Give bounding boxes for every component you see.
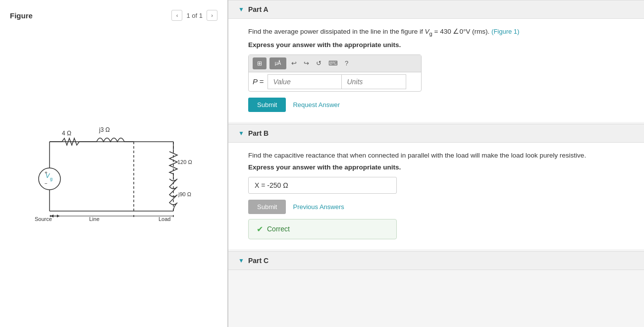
circuit-diagram: V g + − 4 Ω j3 Ω [10, 31, 217, 317]
next-figure-button[interactable]: › [207, 10, 217, 21]
part-c-label: Part C [248, 257, 268, 265]
left-panel: Figure ‹ 1 of 1 › V g + − [0, 0, 228, 327]
figure-title: Figure [10, 11, 33, 20]
part-b-action-row: Submit Previous Answers [248, 200, 632, 214]
units-input[interactable] [342, 74, 406, 89]
figure-nav: ‹ 1 of 1 › [171, 10, 217, 21]
math-input-row: P = [249, 72, 421, 91]
svg-text:+: + [45, 170, 48, 175]
svg-text:j3 Ω: j3 Ω [99, 126, 110, 133]
part-b-header: ▼ Part B [228, 124, 644, 143]
figure1-link[interactable]: (Figure 1) [491, 28, 519, 35]
part-a-action-row: Submit Request Answer [248, 98, 632, 112]
svg-text:120 Ω: 120 Ω [177, 159, 192, 165]
help-button[interactable]: ? [343, 58, 350, 68]
part-a-header: ▼ Part A [228, 0, 644, 19]
svg-text:j90 Ω: j90 Ω [178, 191, 191, 197]
svg-text:Source: Source [35, 216, 52, 222]
svg-text:4 Ω: 4 Ω [62, 130, 71, 137]
part-a-label: Part A [248, 5, 268, 13]
part-a-section: ▼ Part A Find the average power dissipat… [228, 0, 644, 122]
figure-header: Figure ‹ 1 of 1 › [10, 10, 217, 21]
part-a-problem-text: Find the average power dissipated in the… [248, 27, 632, 38]
p-label: P = [253, 77, 264, 86]
units-icon-button[interactable]: μÅ [269, 57, 286, 69]
right-panel: ▼ Part A Find the average power dissipat… [228, 0, 644, 327]
prev-figure-button[interactable]: ‹ [171, 10, 182, 21]
part-b-prev-answers-link[interactable]: Previous Answers [293, 203, 344, 211]
part-a-content: Find the average power dissipated in the… [228, 19, 644, 122]
toolbar-buttons-row: ⊞ μÅ ↩ ↪ ↺ ⌨ ? [249, 55, 421, 72]
part-a-chevron[interactable]: ▼ [238, 6, 244, 13]
part-a-request-answer-link[interactable]: Request Answer [293, 101, 340, 109]
part-a-express-text: Express your answer with the appropriate… [248, 41, 632, 49]
matrix-icon-button[interactable]: ⊞ [253, 57, 267, 69]
part-b-answer-box: X = -250 Ω [248, 177, 397, 194]
svg-text:−: − [45, 181, 48, 186]
part-b-section: ▼ Part B Find the capacitive reactance t… [228, 124, 644, 249]
part-b-express-text: Express your answer with the appropriate… [248, 164, 632, 171]
svg-text:Line: Line [89, 216, 100, 222]
redo-button[interactable]: ↪ [302, 58, 311, 68]
part-c-section: ▼ Part C [228, 251, 644, 270]
part-b-label: Part B [248, 129, 268, 137]
part-c-header: ▼ Part C [228, 251, 644, 270]
check-icon: ✔ [257, 224, 263, 234]
keyboard-button[interactable]: ⌨ [326, 58, 340, 68]
correct-label: Correct [267, 225, 290, 233]
part-c-chevron[interactable]: ▼ [238, 257, 244, 264]
part-b-problem-text: Find the capacitive reactance that when … [248, 151, 632, 161]
value-input[interactable] [268, 74, 342, 89]
svg-marker-31 [57, 215, 59, 218]
svg-text:g: g [50, 176, 53, 181]
undo-button[interactable]: ↩ [289, 58, 299, 68]
part-b-submit-button[interactable]: Submit [248, 200, 286, 214]
part-b-chevron[interactable]: ▼ [238, 130, 244, 137]
part-a-submit-button[interactable]: Submit [248, 98, 286, 112]
circuit-svg: V g + − 4 Ω j3 Ω [20, 124, 208, 223]
svg-text:Load: Load [159, 216, 170, 222]
correct-box: ✔ Correct [248, 219, 397, 239]
part-b-content: Find the capacitive reactance that when … [228, 143, 644, 249]
figure-count: 1 of 1 [186, 12, 203, 19]
reset-button[interactable]: ↺ [314, 58, 323, 68]
math-toolbar: ⊞ μÅ ↩ ↪ ↺ ⌨ ? P = [248, 54, 422, 92]
